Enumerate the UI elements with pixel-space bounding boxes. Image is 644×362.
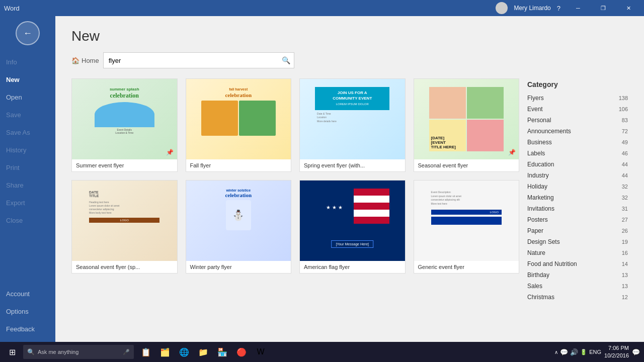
tray-icons: ∧ 💬 🔊 🔋 ENG — [554, 348, 601, 356]
category-item-marketing[interactable]: Marketing32 — [527, 192, 628, 203]
taskbar-app-store[interactable]: 🏪 — [213, 343, 231, 361]
taskbar-search[interactable]: 🔍 Ask me anything 🎤 — [23, 345, 134, 359]
category-count: 32 — [622, 195, 628, 201]
taskbar-app-edge[interactable]: 🌐 — [175, 343, 193, 361]
category-count: 138 — [619, 95, 628, 101]
category-count: 19 — [622, 239, 628, 245]
search-button[interactable]: 🔍 — [278, 52, 294, 68]
category-item-holiday[interactable]: Holiday32 — [527, 181, 628, 192]
sidebar-bottom-nav: AccountOptionsFeedback — [0, 285, 55, 342]
template-name-seasonal2: Seasonal event flyer (sp... — [72, 261, 177, 273]
template-card-seasonal[interactable]: [DATE][EVENTTITLE HERE]📌Seasonal event f… — [414, 78, 520, 172]
sidebar-item-options[interactable]: Options — [0, 303, 55, 320]
home-link[interactable]: 🏠 Home — [71, 57, 99, 64]
titlebar: Word Mery Limardo ? ─ ❐ ✕ — [0, 0, 644, 16]
back-button[interactable]: ← — [16, 21, 40, 45]
category-label: Business — [527, 139, 552, 146]
sidebar-item-new[interactable]: New — [0, 71, 55, 88]
taskbar-app-file-explorer[interactable]: 📁 — [194, 343, 212, 361]
category-item-personal[interactable]: Personal83 — [527, 115, 628, 126]
category-label: Christmas — [527, 294, 554, 301]
category-item-event[interactable]: Event106 — [527, 104, 628, 115]
category-item-industry[interactable]: Industry44 — [527, 170, 628, 181]
sidebar-item-account[interactable]: Account — [0, 285, 55, 303]
template-card-summer[interactable]: summer splashcelebrationEvent DetailsLoc… — [71, 78, 178, 172]
category-item-posters[interactable]: Posters27 — [527, 214, 628, 225]
tray-lang-icon[interactable]: ENG — [589, 349, 601, 355]
category-item-education[interactable]: Education44 — [527, 159, 628, 170]
category-item-flyers[interactable]: Flyers138 — [527, 93, 628, 104]
template-name-winter: Winter party flyer — [186, 261, 291, 273]
sidebar-item-print: Print — [0, 159, 55, 176]
sidebar-item-open[interactable]: Open — [0, 88, 55, 106]
category-count: 46 — [622, 150, 628, 156]
category-count: 31 — [622, 206, 628, 212]
category-item-nature[interactable]: Nature16 — [527, 247, 628, 258]
close-button[interactable]: ✕ — [617, 0, 640, 16]
category-item-paper[interactable]: Paper26 — [527, 225, 628, 236]
tray-volume-icon[interactable]: 🔊 — [570, 348, 578, 356]
tray-up-icon[interactable]: ∧ — [554, 349, 558, 355]
help-button[interactable]: ? — [557, 5, 560, 12]
category-item-announcements[interactable]: Announcements72 — [527, 126, 628, 137]
template-pin-seasonal: 📌 — [508, 148, 516, 156]
category-item-business[interactable]: Business49 — [527, 137, 628, 148]
template-card-seasonal2[interactable]: DATETITLEHeading text hereLorem ipsum do… — [71, 180, 178, 274]
category-item-sales[interactable]: Sales13 — [527, 281, 628, 292]
sidebar-item-share: Share — [0, 176, 55, 194]
category-item-design-sets[interactable]: Design Sets19 — [527, 236, 628, 247]
sidebar-item-feedback[interactable]: Feedback — [0, 320, 55, 338]
category-item-invitations[interactable]: Invitations31 — [527, 203, 628, 214]
template-card-spring[interactable]: JOIN US FOR ACOMMUNITY EVENTLOREM IPSUM … — [299, 78, 406, 172]
home-label: Home — [82, 57, 99, 64]
template-thumb-seasonal2: DATETITLEHeading text hereLorem ipsum do… — [72, 180, 177, 261]
home-icon: 🏠 — [71, 57, 79, 64]
search-input[interactable] — [103, 52, 294, 68]
taskbar-app-task-view[interactable]: 🗂️ — [156, 343, 174, 361]
start-button[interactable]: ⊞ — [2, 343, 22, 361]
category-label: Invitations — [527, 205, 554, 212]
search-input-wrap: 🔍 — [103, 52, 294, 68]
category-count: 16 — [622, 250, 628, 256]
template-card-generic[interactable]: Event DescriptionLorem ipsum dolor sit a… — [414, 180, 520, 274]
category-count: 106 — [619, 106, 628, 112]
template-card-american[interactable]: ★ ★ ★[Your Message Here]American flag fl… — [299, 180, 406, 274]
category-label: Announcements — [527, 128, 571, 135]
template-card-winter[interactable]: winter solsticecelebration⛄Winter party … — [186, 180, 292, 274]
restore-button[interactable]: ❐ — [592, 0, 615, 16]
template-thumb-fall: fall harvestcelebration — [186, 79, 291, 159]
category-item-birthday[interactable]: Birthday13 — [527, 269, 628, 281]
template-thumb-generic: Event DescriptionLorem ipsum dolor sit a… — [414, 180, 519, 261]
template-name-seasonal: Seasonal event flyer — [414, 159, 519, 171]
category-item-labels[interactable]: Labels46 — [527, 148, 628, 159]
app-name-label: Word — [4, 5, 20, 12]
category-count: 44 — [622, 172, 628, 178]
taskbar-app-cortana[interactable]: 📋 — [137, 343, 155, 361]
category-item-food-and-nutrition[interactable]: Food and Nutrition14 — [527, 258, 628, 269]
content-area: New 🏠 Home 🔍 summer splashcelebrationEve… — [55, 16, 644, 342]
category-count: 26 — [622, 228, 628, 234]
taskbar-app-antivirus[interactable]: 🔴 — [232, 343, 251, 361]
taskbar-app-word[interactable]: W — [252, 343, 270, 361]
category-count: 14 — [622, 261, 628, 267]
sidebar-item-info: Info — [0, 53, 55, 71]
template-name-summer: Summer event flyer — [72, 159, 177, 171]
category-label: Personal — [527, 117, 551, 124]
tray-chat-icon[interactable]: 💬 — [560, 348, 568, 356]
sidebar-item-history: History — [0, 141, 55, 159]
titlebar-right: Mery Limardo ? ─ ❐ ✕ — [496, 0, 640, 16]
template-thumb-winter: winter solsticecelebration⛄ — [186, 180, 291, 261]
category-item-christmas[interactable]: Christmas12 — [527, 292, 628, 303]
sidebar-item-save-as: Save As — [0, 124, 55, 141]
category-label: Flyers — [527, 95, 544, 102]
user-avatar — [496, 2, 508, 14]
category-label: Birthday — [527, 272, 549, 279]
category-label: Event — [527, 106, 543, 113]
category-label: Marketing — [527, 194, 554, 201]
clock[interactable]: 7:06 PM 10/2/2016 — [604, 344, 629, 360]
notifications-icon[interactable]: 💬 — [632, 348, 640, 356]
content-header: New 🏠 Home 🔍 — [55, 16, 644, 78]
search-bar: 🏠 Home 🔍 — [71, 52, 628, 68]
minimize-button[interactable]: ─ — [567, 0, 590, 16]
template-card-fall[interactable]: fall harvestcelebrationFall flyer — [186, 78, 292, 172]
